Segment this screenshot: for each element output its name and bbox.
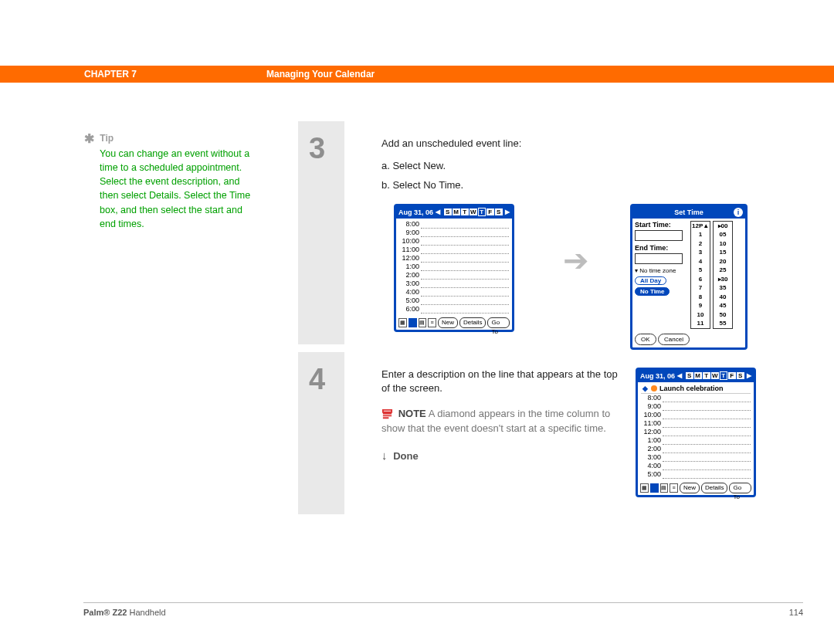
cancel-button[interactable]: Cancel: [658, 334, 690, 345]
end-time-label: End Time:: [635, 244, 690, 252]
notime-button[interactable]: No Time: [635, 287, 670, 296]
tip-heading: ✱ Tip: [84, 133, 256, 144]
nav-right-icon[interactable]: ▶: [505, 208, 510, 215]
footer-product: Palm® Z22 Handheld: [83, 608, 166, 617]
info-icon[interactable]: i: [734, 208, 743, 217]
day-picker[interactable]: SMTWTFS: [443, 208, 503, 216]
new-button-2[interactable]: New: [680, 483, 700, 493]
palm-time-rows-2: 8:009:0010:0011:0012:001:002:003:004:005…: [641, 394, 751, 479]
done-label: Done: [393, 450, 419, 462]
unscheduled-event-row[interactable]: ◆ Launch celebration: [641, 384, 751, 394]
step3-substeps: a. Select New. b. Select No Time.: [381, 159, 756, 193]
category-bullet-icon: [651, 385, 657, 391]
steps-column: 3 Add an unscheduled event line: a. Sele…: [298, 121, 770, 514]
chapter-title: Managing Your Calendar: [266, 69, 375, 80]
chapter-label: CHAPTER 7: [84, 69, 137, 80]
step-number-3: 3: [309, 132, 325, 165]
palm-bottom-bar-2: ▦ ▤ ≡ New Details Go To: [638, 481, 754, 495]
step-3-card: 3 Add an unscheduled event line: a. Sele…: [298, 121, 770, 344]
view-agenda-icon[interactable]: ≡: [428, 318, 436, 327]
nav-left-icon[interactable]: ◀: [436, 208, 440, 215]
day-picker-2[interactable]: SMTWTFS: [685, 371, 744, 380]
timezone-picker[interactable]: ▾ No time zone: [635, 267, 690, 274]
nav-left-icon-2[interactable]: ◀: [677, 372, 682, 379]
view-month-icon[interactable]: ▤: [419, 318, 427, 327]
footer-page-number: 114: [789, 608, 803, 617]
settime-title: Set Time: [674, 208, 703, 216]
step3-b: b. Select No Time.: [381, 178, 756, 193]
palm-titlebar-2: Aug 31, 06 ◀ SMTWTFS ▶: [638, 370, 754, 382]
step-number-4: 4: [309, 363, 325, 396]
start-time-label: Start Time:: [635, 221, 690, 229]
view-week-icon[interactable]: [409, 318, 417, 327]
note-label: NOTE: [398, 408, 426, 419]
goto-button-2[interactable]: Go To: [729, 483, 751, 493]
step3-a: a. Select New.: [381, 159, 756, 174]
minutes-column[interactable]: ▸000510152025▸303540455055: [713, 221, 733, 329]
done-row: ↓ Done: [381, 449, 620, 462]
asterisk-icon: ✱: [84, 132, 97, 145]
palm-time-rows: 8:009:0010:0011:0012:001:002:003:004:005…: [396, 219, 512, 316]
details-button-2[interactable]: Details: [701, 483, 727, 493]
settime-titlebar: Set Time i: [632, 206, 745, 219]
step-4-card: 4 Enter a description on the line that a…: [298, 352, 770, 514]
note-icon: [381, 408, 393, 420]
palm-day-view-event: Aug 31, 06 ◀ SMTWTFS ▶ ◆ Launch celebrat…: [636, 368, 756, 497]
view-day-icon-2[interactable]: ▦: [640, 483, 649, 493]
goto-button[interactable]: Go To: [487, 317, 510, 328]
new-button[interactable]: New: [438, 317, 458, 328]
tip-body: You can change an event without a time t…: [100, 147, 256, 231]
palm-day-view: Aug 31, 06 ◀ SMTWTFS ▶ 8:009:0010:0011:0…: [394, 204, 514, 332]
view-month-icon-2[interactable]: ▤: [660, 483, 669, 493]
event-text: Launch celebration: [659, 385, 724, 392]
step3-text: Add an unscheduled event line:: [381, 137, 756, 151]
view-week-icon-2[interactable]: [650, 483, 659, 493]
page-header: CHAPTER 7 Managing Your Calendar: [0, 66, 834, 83]
nav-right-icon-2[interactable]: ▶: [747, 372, 751, 379]
palm-bottom-bar: ▦ ▤ ≡ New Details Go To: [396, 316, 512, 330]
step4-text: Enter a description on the line that app…: [381, 368, 620, 397]
palm-date: Aug 31, 06: [398, 208, 433, 216]
tip-label: Tip: [100, 133, 114, 144]
end-time-field[interactable]: [635, 253, 683, 264]
details-button[interactable]: Details: [459, 317, 486, 328]
step4-note: NOTE A diamond appears in the time colum…: [381, 407, 620, 436]
start-time-field[interactable]: [635, 230, 683, 241]
done-arrow-icon: ↓: [381, 449, 391, 462]
ok-button[interactable]: OK: [635, 334, 656, 345]
sidebar-tip: ✱ Tip You can change an event without a …: [84, 133, 256, 231]
hours-column[interactable]: 12P▲1234567891011: [690, 221, 710, 329]
arrow-right-icon: ➔: [563, 242, 589, 278]
palm-date-2: Aug 31, 06: [640, 372, 675, 380]
allday-button[interactable]: All Day: [635, 276, 666, 285]
diamond-icon: ◆: [641, 385, 649, 392]
view-day-icon[interactable]: ▦: [398, 318, 407, 327]
page-footer: Palm® Z22 Handheld 114: [83, 602, 803, 617]
palm-titlebar: Aug 31, 06 ◀ SMTWTFS ▶: [396, 206, 512, 219]
view-agenda-icon-2[interactable]: ≡: [670, 483, 678, 493]
palm-set-time-dialog: Set Time i Start Time: End Time: ▾ No ti…: [630, 204, 748, 350]
